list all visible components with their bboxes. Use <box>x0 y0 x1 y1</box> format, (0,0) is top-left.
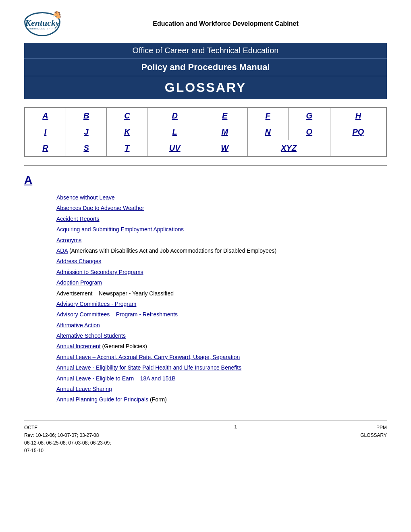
footer-left: OCTE Rev: 10-12-06; 10-07-07; 03-27-08 0… <box>24 424 111 455</box>
nav-table: A B C D E F G H I J K L M N O PQ R S T U… <box>24 107 387 157</box>
footer-octe: OCTE <box>24 424 111 432</box>
logo-area: Kentucky UNBRIDLED SPIRIT 🐴 Education an… <box>24 12 387 40</box>
list-item: Admission to Secondary Programs <box>56 268 387 276</box>
nav-row-3: R S T UV W XYZ <box>25 140 386 157</box>
nav-cell-S[interactable]: S <box>66 140 107 157</box>
nav-cell-C[interactable]: C <box>107 108 147 124</box>
link-address-changes[interactable]: Address Changes <box>56 258 101 264</box>
link-admission-secondary[interactable]: Admission to Secondary Programs <box>56 269 143 275</box>
list-item: Annual Leave - Eligibility for State Pai… <box>56 363 387 372</box>
nav-cell-B[interactable]: B <box>66 108 107 124</box>
nav-cell-PQ[interactable]: PQ <box>330 124 386 140</box>
nav-cell-L[interactable]: L <box>147 124 202 140</box>
page-footer: OCTE Rev: 10-12-06; 10-07-07; 03-27-08 0… <box>24 420 387 455</box>
nav-cell-J[interactable]: J <box>66 124 107 140</box>
footer-ppm: PPM <box>360 424 387 432</box>
nav-cell-UV[interactable]: UV <box>147 140 202 157</box>
list-item: Advertisement – Newspaper - Yearly Class… <box>56 289 387 298</box>
list-item: Adoption Program <box>56 278 387 287</box>
list-item: ADA (Americans with Disabilities Act and… <box>56 246 387 255</box>
nav-cell-T[interactable]: T <box>107 140 147 157</box>
list-item: Annual Leave – Accrual, Accrual Rate, Ca… <box>56 353 387 362</box>
nav-row-2: I J K L M N O PQ <box>25 124 386 140</box>
link-annual-leave-accrual[interactable]: Annual Leave – Accrual, Accrual Rate, Ca… <box>56 354 240 360</box>
nav-cell-G[interactable]: G <box>288 108 330 124</box>
section-divider <box>24 165 387 166</box>
nav-cell-N[interactable]: N <box>247 124 288 140</box>
link-annual-leave-eligibility[interactable]: Annual Leave - Eligibility for State Pai… <box>56 364 241 371</box>
link-annual-increment[interactable]: Annual Increment <box>56 343 101 349</box>
nav-cell-F[interactable]: F <box>247 108 288 124</box>
nav-cell-XYZ[interactable]: XYZ <box>247 140 330 157</box>
org-title: Education and Workforce Development Cabi… <box>64 12 387 27</box>
page-header: Kentucky UNBRIDLED SPIRIT 🐴 Education an… <box>24 12 387 99</box>
list-item: Annual Increment (General Policies) <box>56 342 387 351</box>
link-annual-leave-eligible[interactable]: Annual Leave - Eligible to Earn – 18A an… <box>56 375 176 382</box>
form-suffix: (Form) <box>148 396 167 403</box>
blue-header: Office of Career and Technical Education… <box>24 43 387 99</box>
link-alternative-school-students[interactable]: Alternative School Students <box>56 332 126 339</box>
list-item: Advisory Committees - Program <box>56 299 387 308</box>
horse-icon: 🐴 <box>52 10 61 19</box>
link-absences-adverse-weather[interactable]: Absences Due to Adverse Weather <box>56 205 144 211</box>
logo-subtext: UNBRIDLED SPIRIT <box>28 27 57 30</box>
link-ada[interactable]: ADA <box>56 247 68 254</box>
link-advisory-committees[interactable]: Advisory Committees - Program <box>56 301 136 307</box>
footer-glossary: GLOSSARY <box>360 432 387 439</box>
link-accident-reports[interactable]: Accident Reports <box>56 216 100 222</box>
list-item: Address Changes <box>56 257 387 266</box>
footer-page-number: 1 <box>234 424 237 455</box>
link-annual-leave-sharing[interactable]: Annual Leave Sharing <box>56 386 112 392</box>
nav-cell-empty <box>330 140 386 157</box>
header-row3: GLOSSARY <box>24 76 387 99</box>
footer-rev3: 07-15-10 <box>24 447 111 455</box>
logo-box: Kentucky UNBRIDLED SPIRIT 🐴 <box>24 12 64 40</box>
logo-circle: Kentucky UNBRIDLED SPIRIT 🐴 <box>24 12 60 36</box>
content-list-a: Absence without Leave Absences Due to Ad… <box>56 193 387 404</box>
header-row2: Policy and Procedures Manual <box>24 59 387 76</box>
footer-rev1: Rev: 10-12-06; 10-07-07; 03-27-08 <box>24 432 111 439</box>
list-item: Annual Leave - Eligible to Earn – 18A an… <box>56 374 387 383</box>
list-item: Advisory Committees – Program - Refreshm… <box>56 310 387 319</box>
list-item: Absences Due to Adverse Weather <box>56 204 387 212</box>
list-item: Affirmative Action <box>56 321 387 330</box>
nav-cell-W[interactable]: W <box>202 140 247 157</box>
link-acronyms[interactable]: Acronyms <box>56 237 81 243</box>
list-item: Acronyms <box>56 236 387 245</box>
nav-cell-O[interactable]: O <box>288 124 330 140</box>
nav-cell-E[interactable]: E <box>202 108 247 124</box>
link-annual-planning-guide[interactable]: Annual Planning Guide for Principals <box>56 396 148 403</box>
nav-cell-M[interactable]: M <box>202 124 247 140</box>
section-a-letter[interactable]: A <box>24 174 387 187</box>
nav-cell-H[interactable]: H <box>330 108 386 124</box>
link-acquiring-employment[interactable]: Acquiring and Submitting Employment Appl… <box>56 226 184 233</box>
list-item: Alternative School Students <box>56 331 387 340</box>
list-item: Acquiring and Submitting Employment Appl… <box>56 225 387 234</box>
list-item: Absence without Leave <box>56 193 387 202</box>
nav-cell-A[interactable]: A <box>25 108 66 124</box>
link-affirmative-action[interactable]: Affirmative Action <box>56 322 100 328</box>
list-item: Accident Reports <box>56 214 387 223</box>
link-adoption-program[interactable]: Adoption Program <box>56 279 102 286</box>
list-item: Annual Planning Guide for Principals (Fo… <box>56 395 387 404</box>
ada-description: (Americans with Disabilities Act and Job… <box>68 247 276 254</box>
header-row1: Office of Career and Technical Education <box>24 43 387 59</box>
link-absence-without-leave[interactable]: Absence without Leave <box>56 194 115 201</box>
footer-right: PPM GLOSSARY <box>360 424 387 455</box>
list-item: Annual Leave Sharing <box>56 384 387 393</box>
advertisement-text: Advertisement – Newspaper - Yearly Class… <box>56 290 174 297</box>
nav-cell-K[interactable]: K <box>107 124 147 140</box>
nav-cell-D[interactable]: D <box>147 108 202 124</box>
footer-rev2: 06-12-08; 06-25-08; 07-03-08; 06-23-09; <box>24 439 111 447</box>
nav-row-1: A B C D E F G H <box>25 108 386 124</box>
nav-cell-R[interactable]: R <box>25 140 66 157</box>
logo-text: Kentucky <box>25 19 60 27</box>
nav-cell-I[interactable]: I <box>25 124 66 140</box>
annual-increment-suffix: (General Policies) <box>101 343 147 349</box>
link-advisory-committees-refreshments[interactable]: Advisory Committees – Program - Refreshm… <box>56 311 178 318</box>
section-a: A Absence without Leave Absences Due to … <box>24 174 387 404</box>
